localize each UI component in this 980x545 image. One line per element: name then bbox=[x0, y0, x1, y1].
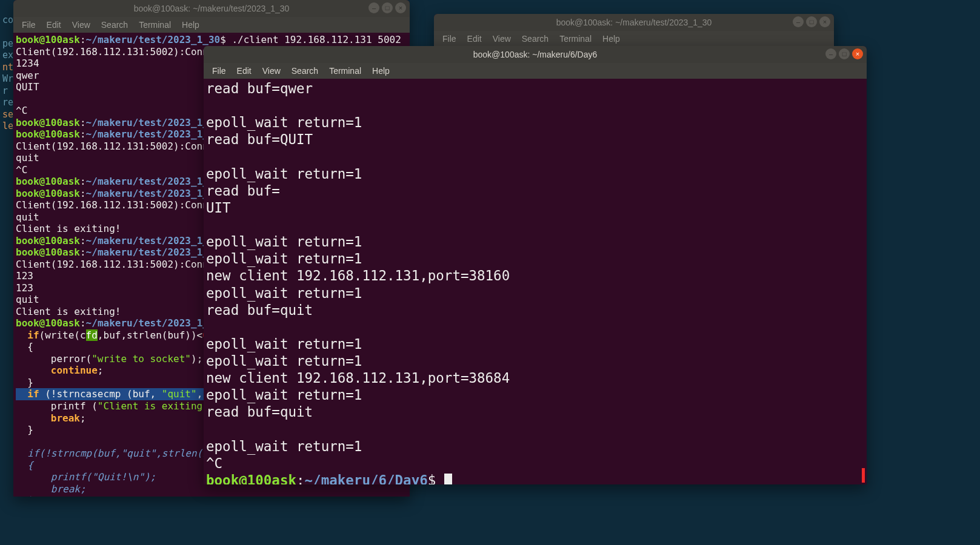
prompt-path: ~/makeru/6/Day6 bbox=[305, 472, 428, 484]
close-icon[interactable]: × bbox=[819, 16, 830, 27]
maximize-icon[interactable]: □ bbox=[839, 48, 850, 59]
window-title: book@100ask: ~/makeru/test/2023_1_30 bbox=[556, 18, 712, 27]
menubar: File Edit View Search Terminal Help bbox=[434, 31, 834, 47]
menu-edit[interactable]: Edit bbox=[42, 19, 66, 31]
menu-search[interactable]: Search bbox=[96, 19, 133, 31]
minimize-icon[interactable]: – bbox=[368, 2, 379, 13]
menu-file[interactable]: File bbox=[438, 33, 461, 45]
menu-help[interactable]: Help bbox=[367, 65, 395, 77]
maximize-icon[interactable]: □ bbox=[806, 16, 817, 27]
minimize-icon[interactable]: – bbox=[825, 48, 836, 59]
titlebar[interactable]: book@100ask: ~/makeru/6/Day6 – □ × bbox=[204, 46, 867, 63]
menu-edit[interactable]: Edit bbox=[232, 65, 256, 77]
terminal-body[interactable]: read buf=qwer epoll_wait return=1 read b… bbox=[204, 79, 867, 484]
menu-view[interactable]: View bbox=[488, 33, 516, 45]
menu-edit[interactable]: Edit bbox=[462, 33, 487, 45]
cursor bbox=[444, 474, 452, 484]
titlebar[interactable]: book@100ask: ~/makeru/test/2023_1_30 – □… bbox=[434, 14, 834, 31]
window-title: book@100ask: ~/makeru/6/Day6 bbox=[473, 50, 598, 59]
scrollbar-indicator[interactable] bbox=[862, 468, 865, 483]
menu-file[interactable]: File bbox=[207, 65, 231, 77]
menu-terminal[interactable]: Terminal bbox=[324, 65, 366, 77]
close-icon[interactable]: × bbox=[852, 48, 863, 59]
menu-terminal[interactable]: Terminal bbox=[134, 19, 176, 31]
menu-view[interactable]: View bbox=[67, 19, 95, 31]
maximize-icon[interactable]: □ bbox=[382, 2, 393, 13]
prompt-user: book@100ask bbox=[16, 34, 80, 45]
minimize-icon[interactable]: – bbox=[793, 16, 804, 27]
prompt-user: book@100ask bbox=[206, 472, 296, 484]
window-title: book@100ask: ~/makeru/test/2023_1_30 bbox=[134, 4, 290, 13]
terminal-window-3-active: book@100ask: ~/makeru/6/Day6 – □ × File … bbox=[204, 46, 867, 484]
titlebar[interactable]: book@100ask: ~/makeru/test/2023_1_30 – □… bbox=[13, 0, 410, 17]
menu-help[interactable]: Help bbox=[598, 33, 625, 45]
close-icon[interactable]: × bbox=[395, 2, 406, 13]
menubar: File Edit View Search Terminal Help bbox=[204, 63, 867, 79]
menu-search[interactable]: Search bbox=[517, 33, 553, 45]
menu-help[interactable]: Help bbox=[177, 19, 204, 31]
menu-file[interactable]: File bbox=[17, 19, 41, 31]
menubar: File Edit View Search Terminal Help bbox=[13, 17, 410, 33]
prompt-path: ~/makeru/test/2023_1_30 bbox=[86, 34, 221, 45]
menu-terminal[interactable]: Terminal bbox=[555, 33, 596, 45]
menu-search[interactable]: Search bbox=[287, 65, 323, 77]
menu-view[interactable]: View bbox=[258, 65, 285, 77]
